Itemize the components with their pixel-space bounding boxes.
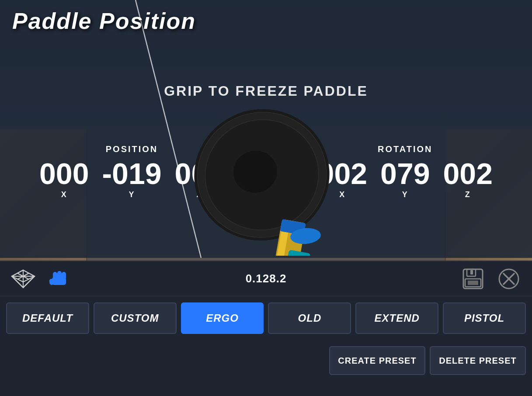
svg-rect-29 bbox=[470, 270, 473, 274]
version-display: 0.128.2 bbox=[80, 272, 452, 285]
grid-icon-button[interactable] bbox=[9, 267, 38, 291]
position-x-group: 000 X bbox=[39, 159, 89, 199]
preset-default-button[interactable]: DEFAULT bbox=[6, 302, 89, 334]
delete-preset-button[interactable]: DELETE PRESET bbox=[430, 346, 526, 375]
create-preset-button[interactable]: CREATE PRESET bbox=[329, 346, 425, 375]
preset-buttons-row: DEFAULT CUSTOM ERGO OLD EXTEND PISTOL bbox=[0, 296, 532, 340]
preset-extend-button[interactable]: EXTEND bbox=[355, 302, 438, 334]
fist-icon-button[interactable] bbox=[45, 267, 73, 291]
rotation-y-value: 079 bbox=[380, 159, 430, 188]
preset-old-button[interactable]: OLD bbox=[268, 302, 351, 334]
position-y-axis: Y bbox=[102, 190, 161, 199]
position-y-value: -019 bbox=[102, 159, 161, 188]
svg-rect-23 bbox=[52, 277, 66, 285]
toolbar-top-bar: 0.128.2 bbox=[0, 261, 532, 296]
preset-pistol-button[interactable]: PISTOL bbox=[443, 302, 526, 334]
position-x-value: 000 bbox=[39, 159, 89, 188]
rotation-z-group: 002 Z bbox=[443, 159, 493, 199]
rotation-y-group: 079 Y bbox=[380, 159, 430, 199]
save-icon-button[interactable] bbox=[459, 267, 487, 291]
top-panel: Paddle Position Grip To Freeze Paddle PO… bbox=[0, 0, 532, 258]
rotation-y-axis: Y bbox=[380, 190, 430, 199]
save-icon bbox=[461, 267, 485, 290]
rotation-z-axis: Z bbox=[443, 190, 493, 199]
svg-rect-28 bbox=[468, 281, 478, 285]
fist-icon bbox=[47, 267, 71, 291]
rotation-z-value: 002 bbox=[443, 159, 493, 188]
right-icon-group bbox=[459, 267, 523, 291]
position-x-axis: X bbox=[39, 190, 89, 199]
preset-custom-button[interactable]: CUSTOM bbox=[94, 302, 177, 334]
grip-instruction: Grip To Freeze Paddle bbox=[164, 83, 368, 99]
close-icon-button[interactable] bbox=[494, 267, 523, 291]
action-buttons-row: CREATE PRESET DELETE PRESET bbox=[0, 340, 532, 375]
position-y-group: -019 Y bbox=[102, 159, 161, 199]
preset-ergo-button[interactable]: ERGO bbox=[181, 302, 264, 334]
close-icon bbox=[497, 267, 521, 290]
paddle-svg bbox=[161, 107, 371, 256]
paddle-display bbox=[157, 105, 376, 258]
page-title: Paddle Position bbox=[12, 8, 196, 34]
bottom-toolbar: 0.128.2 bbox=[0, 261, 532, 396]
grid-icon bbox=[10, 268, 36, 289]
